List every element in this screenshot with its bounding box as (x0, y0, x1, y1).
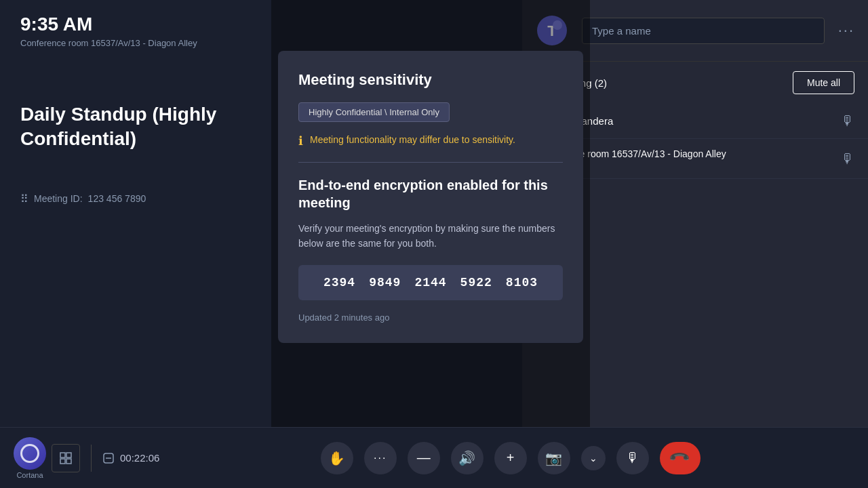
conference-room: Conference room 16537/Av/13 - Diagon All… (20, 38, 251, 48)
encryption-desc: Verify your meeting's encryption by maki… (298, 221, 563, 251)
chevron-icon: ⌄ (589, 453, 597, 464)
emoji-icon: ✋ (328, 450, 345, 466)
left-panel: 9:35 AM Conference room 16537/Av/13 - Di… (0, 0, 271, 427)
minimize-button[interactable]: — (408, 442, 440, 474)
more-dots-icon: ··· (374, 452, 387, 464)
svg-rect-5 (60, 459, 65, 464)
meeting-id-value: 123 456 7890 (88, 193, 146, 204)
meeting-title: Daily Standup (Highly Confidential) (20, 102, 251, 152)
info-box: ℹ Meeting functionality may differ due t… (298, 133, 563, 148)
search-input[interactable]: Type a name (582, 18, 825, 44)
search-placeholder: Type a name (592, 25, 651, 37)
layout-icon (60, 452, 72, 464)
meeting-sensitivity-modal: Meeting sensitivity Highly Confidential … (278, 51, 583, 343)
mic-button[interactable]: 🎙 (616, 442, 649, 474)
enc-num-2: 9849 (369, 276, 401, 289)
taskbar: Cortana 00:22:06 ✋ ··· — (0, 427, 868, 488)
volume-button[interactable]: 🔊 (451, 442, 484, 474)
taskbar-divider (91, 445, 92, 472)
shield-timer-icon (102, 452, 115, 464)
cortana-wrap: Cortana (14, 437, 46, 479)
svg-rect-3 (60, 453, 65, 458)
more-options-button[interactable]: ··· (838, 22, 854, 39)
info-text: Meeting functionality may differ due to … (310, 133, 515, 147)
end-call-button[interactable]: 📞 (660, 442, 701, 474)
enc-num-3: 2144 (414, 276, 446, 289)
timer-wrap: 00:22:06 (102, 452, 159, 464)
encryption-numbers: 2394 9849 2144 5922 8103 (298, 265, 563, 300)
taskbar-left: Cortana 00:22:06 (14, 437, 159, 479)
camera-button[interactable]: 📷 (538, 442, 570, 474)
mic-icon-2: 🎙 (841, 151, 854, 167)
mute-all-button[interactable]: Mute all (793, 71, 854, 94)
camera-icon: 📷 (545, 450, 562, 466)
grid-icon: ⠿ (20, 192, 28, 205)
cortana-inner (20, 444, 39, 463)
encryption-title: End-to-end encryption enabled for this m… (298, 176, 563, 211)
cortana-label: Cortana (16, 471, 43, 479)
modal-divider (298, 162, 563, 163)
volume-icon: 🔊 (458, 450, 475, 466)
meeting-id-label: Meeting ID: (34, 193, 83, 204)
minus-icon: — (417, 450, 431, 466)
svg-rect-4 (66, 453, 71, 458)
more-button[interactable]: ··· (364, 442, 397, 474)
info-icon: ℹ (298, 134, 303, 148)
enc-num-4: 5922 (460, 276, 492, 289)
time-display: 9:35 AM (20, 14, 251, 35)
layout-button[interactable] (52, 444, 80, 472)
cortana-button[interactable] (14, 437, 46, 470)
enc-num-1: 2394 (323, 276, 355, 289)
mic-taskbar-icon: 🎙 (626, 450, 639, 466)
mic-icon-1: 🎙 (841, 113, 854, 129)
end-call-icon: 📞 (668, 446, 692, 470)
modal-overlay: Meeting sensitivity Highly Confidential … (271, 0, 590, 427)
plus-icon: + (507, 450, 515, 466)
updated-text: Updated 2 minutes ago (298, 312, 563, 323)
enc-num-5: 8103 (506, 276, 538, 289)
add-button[interactable]: + (494, 442, 527, 474)
chevron-button[interactable]: ⌄ (581, 446, 606, 470)
modal-title: Meeting sensitivity (298, 71, 563, 89)
timer-display: 00:22:06 (120, 452, 159, 464)
emoji-button[interactable]: ✋ (321, 442, 353, 474)
sensitivity-badge: Highly Confidential \ Internal Only (298, 102, 450, 122)
taskbar-center: ✋ ··· — 🔊 + 📷 ⌄ 🎙 📞 (166, 442, 854, 474)
svg-rect-6 (66, 459, 71, 464)
meeting-id-row: ⠿ Meeting ID: 123 456 7890 (20, 192, 251, 205)
